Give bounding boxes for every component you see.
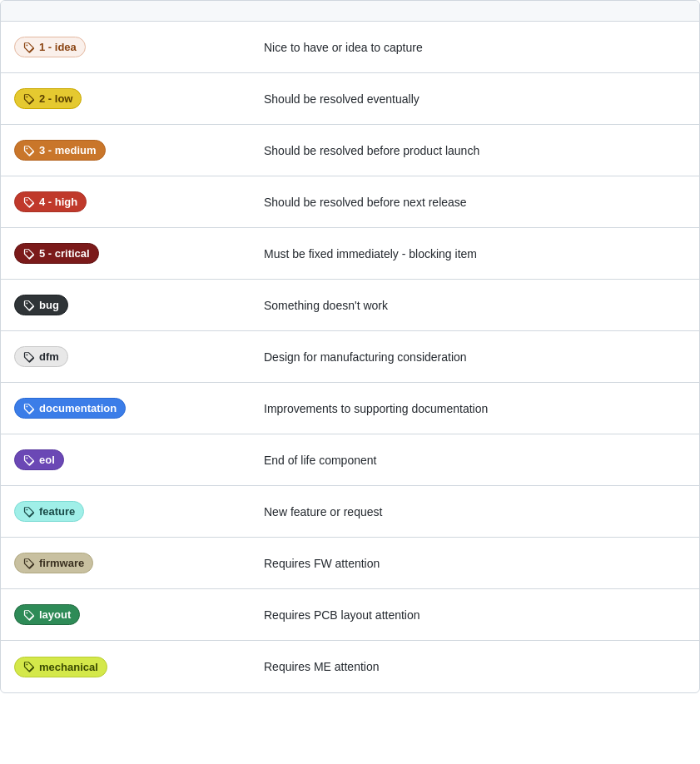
tag-icon: [23, 351, 35, 363]
label-badge-firmware[interactable]: firmware: [14, 553, 93, 573]
label-row-medium[interactable]: 3 - mediumShould be resolved before prod…: [1, 125, 699, 176]
label-badge-layout[interactable]: layout: [14, 604, 80, 625]
label-description: End of life component: [264, 454, 686, 467]
label-description: Should be resolved before next release: [264, 196, 686, 209]
label-description: Must be fixed immediately - blocking ite…: [264, 247, 686, 260]
label-badge-idea[interactable]: 1 - idea: [14, 37, 86, 57]
label-row-high[interactable]: 4 - highShould be resolved before next r…: [1, 176, 699, 228]
label-name: firmware: [39, 557, 84, 569]
label-badge-dfm[interactable]: dfm: [14, 346, 68, 367]
label-row-layout[interactable]: layoutRequires PCB layout attention: [1, 589, 699, 641]
tag-icon: [23, 248, 35, 260]
tag-icon: [23, 93, 35, 105]
label-cell: eol: [14, 449, 264, 470]
label-row-critical[interactable]: 5 - criticalMust be fixed immediately - …: [1, 228, 699, 280]
label-name: layout: [39, 608, 71, 621]
label-row-feature[interactable]: featureNew feature or request: [1, 486, 699, 538]
label-description: Improvements to supporting documentation: [264, 402, 686, 415]
tag-icon: [23, 661, 35, 672]
tag-icon: [23, 145, 35, 156]
label-description: Design for manufacturing consideration: [264, 350, 686, 364]
label-row-firmware[interactable]: firmwareRequires FW attention: [1, 538, 699, 589]
tag-icon: [23, 403, 35, 414]
label-name: dfm: [39, 350, 59, 363]
label-row-idea[interactable]: 1 - ideaNice to have or idea to capture: [1, 22, 699, 73]
label-description: Requires PCB layout attention: [264, 608, 686, 622]
label-row-documentation[interactable]: documentationImprovements to supporting …: [1, 383, 699, 434]
label-name: 1 - idea: [39, 41, 77, 53]
label-badge-critical[interactable]: 5 - critical: [14, 243, 99, 264]
label-cell: 5 - critical: [14, 243, 264, 264]
tag-icon: [23, 300, 35, 311]
label-name: 3 - medium: [39, 144, 97, 156]
tag-icon: [23, 196, 35, 208]
label-name: 5 - critical: [39, 247, 90, 260]
label-cell: feature: [14, 501, 264, 522]
labels-list-container: 1 - ideaNice to have or idea to capture …: [0, 0, 700, 693]
label-row-low[interactable]: 2 - lowShould be resolved eventually: [1, 73, 699, 125]
label-description: Should be resolved eventually: [264, 92, 686, 106]
label-badge-bug[interactable]: bug: [14, 295, 68, 315]
tag-icon: [23, 42, 35, 53]
label-badge-low[interactable]: 2 - low: [14, 88, 82, 109]
label-row-mechanical[interactable]: mechanicalRequires ME attention: [1, 641, 699, 692]
label-cell: 3 - medium: [14, 140, 264, 161]
label-description: Nice to have or idea to capture: [264, 41, 686, 54]
label-description: Requires ME attention: [264, 660, 686, 673]
label-description: Requires FW attention: [264, 557, 686, 570]
label-badge-high[interactable]: 4 - high: [14, 191, 87, 212]
label-name: mechanical: [39, 661, 98, 673]
label-badge-mechanical[interactable]: mechanical: [14, 657, 107, 677]
label-name: 2 - low: [39, 92, 72, 105]
label-cell: dfm: [14, 346, 264, 367]
label-cell: firmware: [14, 553, 264, 573]
label-name: bug: [39, 299, 59, 311]
tag-icon: [23, 609, 35, 621]
label-cell: 1 - idea: [14, 37, 264, 57]
tag-icon: [23, 454, 35, 466]
label-badge-medium[interactable]: 3 - medium: [14, 140, 106, 161]
label-name: 4 - high: [39, 196, 77, 208]
label-row-eol[interactable]: eolEnd of life component: [1, 434, 699, 486]
tag-icon: [23, 506, 35, 518]
label-cell: bug: [14, 295, 264, 315]
label-cell: 4 - high: [14, 191, 264, 212]
tag-icon: [23, 558, 35, 569]
label-cell: documentation: [14, 398, 264, 419]
label-badge-feature[interactable]: feature: [14, 501, 84, 522]
label-description: Something doesn't work: [264, 299, 686, 312]
label-name: documentation: [39, 402, 117, 414]
label-description: Should be resolved before product launch: [264, 144, 686, 157]
label-cell: layout: [14, 604, 264, 625]
label-badge-documentation[interactable]: documentation: [14, 398, 126, 419]
label-row-bug[interactable]: bugSomething doesn't work: [1, 280, 699, 331]
label-cell: 2 - low: [14, 88, 264, 109]
labels-header: [1, 1, 699, 22]
labels-rows: 1 - ideaNice to have or idea to capture …: [1, 22, 699, 692]
label-name: feature: [39, 505, 75, 518]
label-name: eol: [39, 454, 55, 466]
label-badge-eol[interactable]: eol: [14, 449, 64, 470]
label-row-dfm[interactable]: dfmDesign for manufacturing consideratio…: [1, 331, 699, 383]
label-description: New feature or request: [264, 505, 686, 518]
label-cell: mechanical: [14, 657, 264, 677]
